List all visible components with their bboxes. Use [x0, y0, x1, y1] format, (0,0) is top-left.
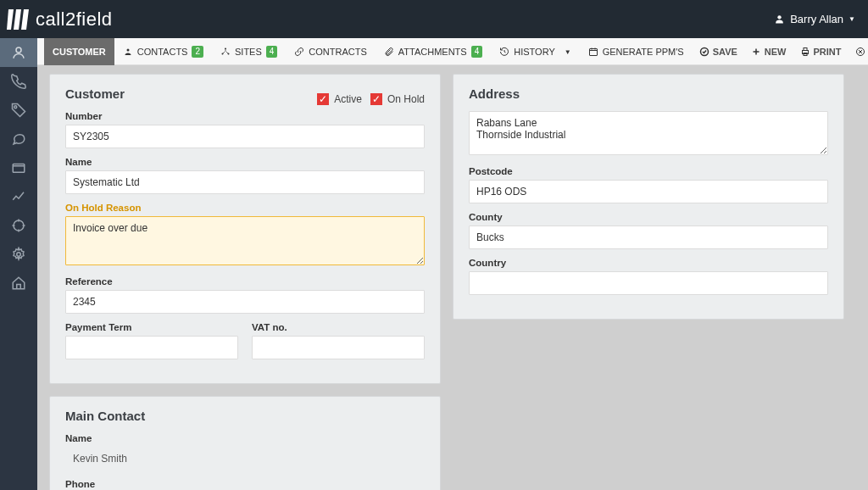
reference-input[interactable] [65, 290, 425, 314]
svg-point-5 [14, 106, 17, 109]
user-menu[interactable]: Barry Allan ▼ [774, 13, 855, 25]
logo-icon [7, 8, 31, 31]
print-icon [800, 47, 810, 57]
history-icon [499, 47, 509, 57]
tab-customer[interactable]: CUSTOMER [44, 38, 114, 65]
svg-rect-6 [13, 164, 25, 173]
tab-sites[interactable]: SITES 4 [212, 38, 286, 65]
svg-point-7 [14, 220, 24, 231]
contacts-badge: 2 [192, 46, 203, 58]
tab-contracts[interactable]: CONTRACTS [286, 38, 375, 65]
action-save[interactable]: SAVE [693, 38, 744, 64]
calendar-icon [588, 47, 598, 57]
country-label: Country [469, 258, 828, 268]
main-contact-title: Main Contact [65, 409, 425, 423]
content-area: Customer ✓Active ✓On Hold Number Name [37, 65, 868, 490]
postcode-label: Postcode [469, 166, 828, 176]
plus-icon [751, 47, 761, 57]
action-new[interactable]: NEW [744, 38, 793, 64]
onhold-reason-label: On Hold Reason [65, 203, 425, 213]
sites-icon [220, 47, 231, 57]
brand-logo: call2field [7, 8, 113, 31]
tab-contacts[interactable]: CONTACTS 2 [114, 38, 212, 65]
reference-label: Reference [65, 276, 425, 287]
user-name: Barry Allan [790, 13, 843, 25]
svg-marker-0 [7, 9, 14, 30]
vat-label: VAT no. [252, 322, 425, 332]
nav-phone[interactable] [0, 67, 37, 96]
onhold-checkbox[interactable]: ✓On Hold [370, 93, 425, 105]
nav-target[interactable] [0, 211, 37, 240]
number-label: Number [65, 111, 425, 121]
customer-panel: Customer ✓Active ✓On Hold Number Name [49, 74, 441, 384]
link-icon [294, 47, 304, 57]
caret-down-icon: ▼ [849, 15, 855, 23]
tab-generate-ppm[interactable]: GENERATE PPM'S [580, 38, 693, 65]
number-input[interactable] [65, 125, 425, 148]
county-input[interactable] [469, 226, 828, 249]
contacts-icon [123, 47, 133, 57]
name-input[interactable] [65, 170, 425, 194]
onhold-reason-input[interactable] [65, 216, 425, 265]
tab-bar: CUSTOMER CONTACTS 2 SITES 4 CONTRACTS AT… [37, 38, 868, 65]
svg-marker-2 [21, 9, 29, 30]
svg-marker-1 [14, 9, 21, 30]
address-title: Address [469, 86, 828, 101]
brand-text: call2field [36, 8, 113, 31]
vat-input[interactable] [252, 336, 425, 359]
active-checkbox[interactable]: ✓Active [317, 93, 362, 105]
payment-term-label: Payment Term [65, 322, 238, 332]
sites-badge: 4 [266, 46, 278, 58]
address-panel: Address Postcode County Country [453, 74, 844, 320]
customer-title: Customer [65, 86, 125, 101]
nav-settings[interactable] [0, 240, 37, 269]
nav-customer[interactable] [0, 38, 37, 67]
contact-name-label: Name [65, 433, 425, 443]
tab-attachments[interactable]: ATTACHMENTS 4 [376, 38, 491, 65]
svg-point-8 [17, 253, 21, 257]
country-input[interactable] [469, 271, 828, 295]
paperclip-icon [384, 47, 394, 57]
action-print[interactable]: PRINT [793, 38, 849, 64]
svg-rect-16 [804, 47, 807, 50]
address-textarea[interactable] [469, 111, 828, 155]
svg-rect-13 [589, 49, 597, 56]
svg-point-10 [225, 48, 226, 50]
status-checkboxes: ✓Active ✓On Hold [317, 93, 425, 105]
caret-down-icon: ▼ [565, 48, 571, 56]
nav-chat[interactable] [0, 125, 37, 153]
svg-point-9 [126, 49, 129, 52]
svg-point-3 [778, 15, 782, 19]
contact-phone-label: Phone [65, 479, 425, 489]
user-icon [774, 14, 785, 25]
nav-folder[interactable] [0, 153, 37, 182]
nav-home[interactable] [0, 269, 37, 298]
postcode-input[interactable] [469, 180, 828, 203]
delete-icon [855, 47, 865, 57]
check-icon [699, 47, 709, 57]
nav-chart[interactable] [0, 182, 37, 211]
attachments-badge: 4 [471, 46, 483, 58]
payment-term-input[interactable] [65, 336, 238, 359]
county-label: County [469, 212, 828, 222]
action-delete[interactable]: DELETE [849, 38, 868, 64]
name-label: Name [65, 157, 425, 167]
side-nav [0, 38, 37, 490]
tab-history[interactable]: HISTORY ▼ [491, 38, 579, 65]
svg-point-4 [16, 47, 21, 53]
main-contact-panel: Main Contact Name Phone [49, 396, 441, 490]
nav-tag[interactable] [0, 96, 37, 125]
top-bar: call2field Barry Allan ▼ [0, 0, 868, 38]
contact-name-input[interactable] [65, 447, 425, 471]
